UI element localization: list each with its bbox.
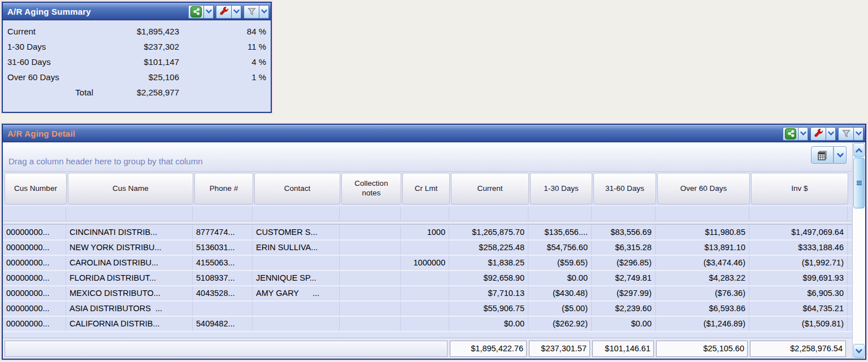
scrollbar-track[interactable] [853,157,865,344]
column-header-cus-number[interactable]: Cus Number [5,173,67,204]
column-header-label: 31-60 Days [605,184,644,194]
table-row[interactable]: 00000000...MEXICO DISTRIBUTO...4043528..… [3,286,852,302]
summary-row-amount: $237,302 [93,42,179,51]
column-header-cr-lmt[interactable]: Cr Lmt [402,173,450,204]
totals-row: $1,895,422.76$237,301.57$101,146.61$25,1… [3,338,852,359]
cell-cus-name: NEW YORK DISTRIBU... [66,241,193,255]
column-header-31-60-days[interactable]: 31-60 Days [593,173,656,204]
column-header-label: Current [477,184,502,194]
share-button[interactable] [188,5,204,19]
filter-dropdown-button[interactable] [259,5,269,19]
column-header-cus-name[interactable]: Cus Name [68,173,193,204]
summary-caption-toolbar [188,5,269,19]
detail-table-area: Drag a column header here to group by th… [3,142,852,359]
detail-panel: A/R Aging Detail [2,124,866,360]
total-inv: $2,258,976.54 [750,341,846,357]
column-header-collection-notes[interactable]: Collection notes [341,173,401,204]
cell-cr-lmt [401,317,449,331]
chevron-down-icon [233,9,240,14]
column-header-1-30-days[interactable]: 1-30 Days [530,173,592,204]
group-by-drop-zone[interactable]: Drag a column header here to group by th… [3,142,852,172]
filter-button[interactable] [838,127,854,141]
vertical-scrollbar[interactable] [852,142,865,359]
cell-current: $7,710.13 [449,286,528,300]
cell-contact [253,317,340,331]
summary-row-amount: $101,147 [93,57,179,67]
cell-phone: 4155063... [193,256,253,270]
cell-31-60-days: $0.00 [592,317,656,331]
empty-cell [193,206,253,220]
summary-row[interactable]: Total$2,258,977 [3,85,271,100]
cell-cus-number: 00000000... [3,225,66,239]
tools-dropdown-button[interactable] [826,127,836,141]
cell-31-60-days: $2,749.81 [592,271,656,285]
summary-row-label: 1-30 Days [7,42,93,51]
column-header-inv[interactable]: Inv $ [751,173,848,204]
detail-caption-bar: A/R Aging Detail [3,125,865,142]
table-row[interactable]: 00000000...ASIA DISTRIBUTORS ...$55,906.… [3,302,852,317]
scroll-up-button[interactable] [853,143,865,157]
cell-31-60-days: $2,239.60 [592,302,656,316]
tools-button[interactable] [216,5,232,19]
table-band-divider [3,221,852,225]
table-grid-icon [817,150,828,161]
column-header-over-60-days[interactable]: Over 60 Days [657,173,750,204]
cell-31-60-days: ($297.99) [592,286,656,300]
summary-row[interactable]: Current$1,895,42384 % [3,24,271,39]
column-header-contact[interactable]: Contact [254,173,340,204]
table-row[interactable]: 00000000...CALIFORNIA DISTRIB...5409482.… [3,317,852,332]
summary-row-amount: $2,258,977 [93,88,179,97]
detail-empty-row [3,206,852,220]
scrollbar-thumb[interactable] [853,158,865,208]
summary-row-label: Over 60 Days [7,72,93,82]
summary-row[interactable]: 31-60 Days$101,1474 % [3,54,271,69]
tools-dropdown-button[interactable] [232,5,241,19]
cell-current: $0.00 [449,317,528,331]
chevron-down-icon [837,152,844,158]
table-mode-dropdown-button[interactable] [834,146,847,164]
cell-inv: $1,497,069.64 [749,225,848,239]
filter-button[interactable] [244,5,259,19]
share-button[interactable] [783,127,798,141]
cell-over-60-days: $13,891.10 [656,241,749,255]
summary-caption-bar: A/R Aging Summary [3,3,271,20]
summary-row[interactable]: 1-30 Days$237,30211 % [3,39,271,54]
detail-body: Drag a column header here to group by th… [3,142,865,359]
empty-cell [656,206,749,220]
cell-1-30-days: ($262.92) [528,317,592,331]
empty-cell [253,206,340,220]
cell-contact [253,302,340,316]
share-dropdown-button[interactable] [204,5,214,19]
chevron-down-icon [800,131,806,136]
tools-button[interactable] [810,127,826,141]
share-dropdown-button[interactable] [798,127,808,141]
cell-31-60-days: $6,315.28 [592,241,656,255]
cell-cr-lmt [401,286,449,300]
column-header-phone[interactable]: Phone # [194,173,253,204]
cell-31-60-days: $83,556.69 [592,225,656,239]
table-row[interactable]: 00000000...NEW YORK DISTRIBU...5136031..… [3,241,852,256]
table-mode-button[interactable] [811,146,834,164]
empty-cell [449,206,528,220]
cell-phone [193,302,253,316]
cell-current: $92,658.90 [449,271,528,285]
cell-1-30-days: $0.00 [528,271,592,285]
table-row[interactable]: 00000000...CINCINNATI DISTRIB...8777474.… [3,225,852,241]
column-header-current[interactable]: Current [451,173,529,204]
scroll-down-button[interactable] [853,344,865,358]
cell-over-60-days: $4,283.22 [656,271,749,285]
summary-row-percent: 11 % [179,42,266,51]
dashboard: { "colors": { "page_bg": "#f1efe9", "pan… [0,0,868,362]
table-row[interactable]: 00000000...FLORIDA DISTRIBUT...5108937..… [3,271,852,286]
detail-panel-title: A/R Aging Detail [7,129,783,138]
summary-row-label: 31-60 Days [7,57,93,67]
cell-over-60-days: $11,980.85 [656,225,749,239]
summary-row[interactable]: Over 60 Days$25,1061 % [3,69,271,85]
table-mode-button-group [811,146,847,164]
filter-dropdown-button[interactable] [854,127,863,141]
table-row[interactable]: 00000000...CAROLINA DISTRIBU...4155063..… [3,256,852,271]
cell-cus-name: ASIA DISTRIBUTORS ... [66,302,193,316]
cell-current: $258,225.48 [449,241,528,255]
total-31-60-days: $101,146.61 [592,341,654,357]
column-header-label: Contact [284,184,311,194]
